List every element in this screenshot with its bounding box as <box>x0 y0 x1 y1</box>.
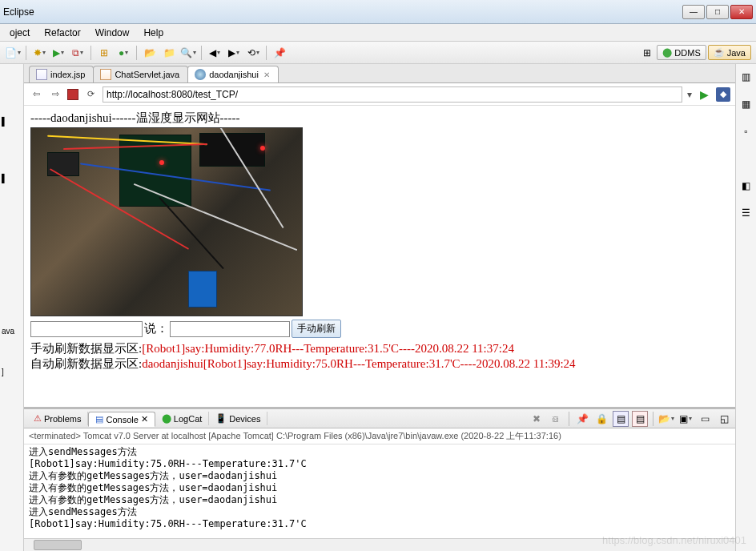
new-dropdown-icon[interactable]: 📄 <box>5 45 21 61</box>
menu-window[interactable]: Window <box>89 26 136 40</box>
console-icon: ▤ <box>95 414 103 424</box>
run-dropdown-icon[interactable]: ▶ <box>50 45 66 61</box>
console-h-scrollbar[interactable] <box>24 538 735 551</box>
console-removeall-icon[interactable]: ⦻ <box>548 411 564 427</box>
last-edit-icon[interactable]: ⟲ <box>245 45 261 61</box>
console-status: <terminated> Tomcat v7.0 Server at local… <box>24 428 735 444</box>
perspective-ddms[interactable]: ⬤DDMS <box>657 45 706 60</box>
scrollbar-thumb[interactable] <box>34 540 82 550</box>
left-java-label[interactable]: ava <box>2 327 22 336</box>
browser-refresh-icon[interactable]: ⟳ <box>83 87 98 102</box>
tab-console[interactable]: ▤Console✕ <box>88 412 155 427</box>
console-pin-icon[interactable]: 📌 <box>574 411 590 427</box>
left-marker-1[interactable]: ▌ <box>2 117 22 126</box>
tab-index-jsp[interactable]: index.jsp <box>29 66 94 82</box>
console-remove-icon[interactable]: ✖ <box>529 411 545 427</box>
tab-devices[interactable]: 📱Devices <box>209 412 267 425</box>
tab-daodanjishui[interactable]: daodanjishui✕ <box>187 66 279 82</box>
minimize-button[interactable]: — <box>682 5 705 19</box>
search-dropdown-icon[interactable]: 🔍 <box>180 45 196 61</box>
manual-refresh-button[interactable]: 手动刷新 <box>292 320 341 338</box>
browser-viewport: -----daodanjishui------温湿度显示网站----- <box>24 106 735 407</box>
browser-stop-icon[interactable] <box>67 89 78 100</box>
minimize-trim-icon[interactable]: ▫ <box>738 123 754 139</box>
editor-tabstrip: index.jsp ChatServlet.java daodanjishui✕ <box>24 64 735 83</box>
console-show-output-icon[interactable]: ▤ <box>613 411 629 427</box>
pin-icon[interactable]: 📌 <box>271 45 288 61</box>
maximize-button[interactable]: □ <box>706 5 729 19</box>
console-display-icon[interactable]: ▣ <box>678 411 694 427</box>
console-show-error-icon[interactable]: ▤ <box>632 411 648 427</box>
open-task-icon[interactable]: 📁 <box>161 45 177 61</box>
browser-back-icon[interactable]: ⇦ <box>29 87 43 102</box>
tab-logcat[interactable]: ⬤LogCat <box>155 412 209 425</box>
close-tab-icon[interactable]: ✕ <box>263 70 270 79</box>
close-button[interactable]: ✕ <box>730 5 753 19</box>
menu-help[interactable]: Help <box>137 26 170 40</box>
console-minimize-icon[interactable]: ▭ <box>697 411 713 427</box>
hardware-photo <box>30 127 303 316</box>
new-package-icon[interactable]: ⊞ <box>96 45 112 61</box>
restore-view-icon[interactable]: ◧ <box>738 178 754 194</box>
manual-refresh-line: 手动刷新数据显示区:[Robot1]say:Humidity:77.0RH---… <box>30 341 729 356</box>
task-list-icon[interactable]: ▦ <box>738 96 754 112</box>
browser-home-icon[interactable]: ◆ <box>716 87 730 102</box>
outline-icon[interactable]: ☰ <box>738 205 754 221</box>
debug-dropdown-icon[interactable]: ✸ <box>31 45 47 61</box>
left-trim: ▌ ▌ ava ] <box>0 64 24 551</box>
name-input[interactable] <box>30 321 143 337</box>
nav-next-icon[interactable]: ▶ <box>226 45 242 61</box>
problems-icon: ⚠ <box>34 413 42 424</box>
console-maximize-icon[interactable]: ◱ <box>716 411 732 427</box>
window-title: Eclipse <box>3 6 34 18</box>
internal-browser-toolbar: ⇦ ⇨ ⟳ ▾ ▶ ◆ <box>24 83 735 106</box>
open-perspective-icon[interactable]: ⊞ <box>639 45 655 61</box>
outline-view-icon[interactable]: ▥ <box>738 69 754 85</box>
console-open-icon[interactable]: 📂 <box>658 411 674 427</box>
console-output[interactable]: 进入sendMessages方法 [Robot1]say:Humidity:75… <box>24 444 735 538</box>
right-trim: ▥ ▦ ▫ ◧ ☰ <box>735 64 756 551</box>
browser-forward-icon[interactable]: ⇨ <box>48 87 62 102</box>
main-toolbar: 📄 ✸ ▶ ⧉ ⊞ ● 📂 📁 🔍 ◀ ▶ ⟲ 📌 ⊞ ⬤DDMS ☕Java <box>0 42 756 64</box>
web-icon <box>195 69 206 80</box>
close-console-icon[interactable]: ✕ <box>141 414 148 424</box>
menu-refactor[interactable]: Refactor <box>38 26 86 40</box>
window-titlebar: Eclipse — □ ✕ <box>0 0 756 24</box>
devices-icon: 📱 <box>215 413 227 424</box>
java-icon <box>100 69 111 80</box>
left-marker-2[interactable]: ▌ <box>2 174 22 183</box>
jsp-icon <box>36 69 47 80</box>
menubar: oject Refactor Window Help <box>0 24 756 42</box>
perspective-java[interactable]: ☕Java <box>708 45 751 60</box>
menu-project[interactable]: oject <box>3 26 36 40</box>
bottom-panel: ⚠Problems ▤Console✕ ⬤LogCat 📱Devices ✖ ⦻… <box>24 407 735 551</box>
message-input[interactable] <box>170 321 290 337</box>
open-type-icon[interactable]: 📂 <box>142 45 158 61</box>
logcat-icon: ⬤ <box>162 413 171 424</box>
browser-go-icon[interactable]: ▶ <box>697 87 711 102</box>
left-bracket[interactable]: ] <box>2 368 22 376</box>
browser-address-input[interactable] <box>103 86 682 103</box>
tab-problems[interactable]: ⚠Problems <box>27 412 88 425</box>
console-scroll-lock-icon[interactable]: 🔒 <box>593 411 609 427</box>
say-label: 说： <box>144 321 168 336</box>
nav-prev-icon[interactable]: ◀ <box>207 45 223 61</box>
external-tools-icon[interactable]: ⧉ <box>70 45 86 61</box>
new-class-icon[interactable]: ● <box>115 45 131 61</box>
page-heading: -----daodanjishui------温湿度显示网站----- <box>30 111 729 126</box>
auto-refresh-line: 自动刷新数据显示区:daodanjishui[Robot1]say:Humidi… <box>30 356 729 372</box>
tab-chatservlet[interactable]: ChatServlet.java <box>93 66 188 82</box>
